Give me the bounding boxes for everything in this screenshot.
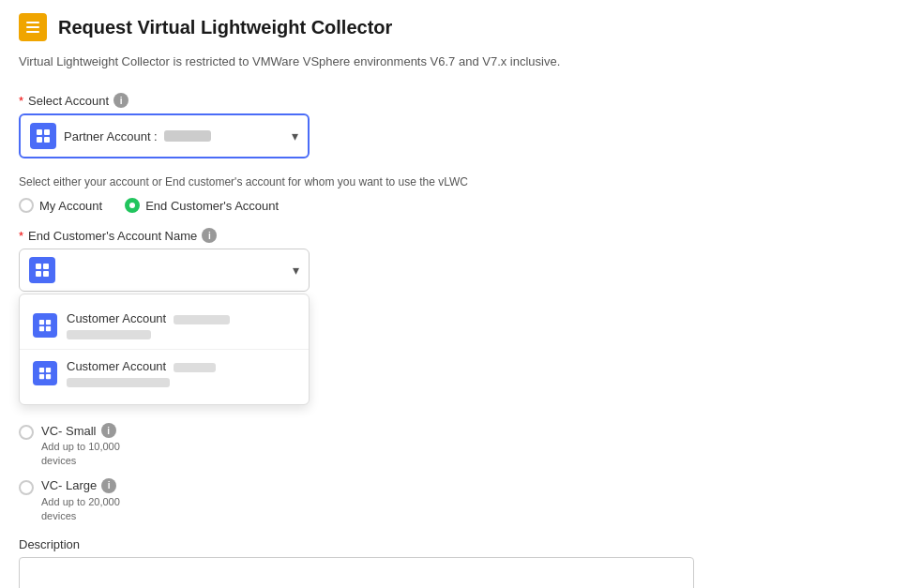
- svg-rect-14: [46, 326, 51, 331]
- dropdown-item-0-title: Customer Account: [67, 311, 295, 325]
- svg-rect-5: [37, 137, 42, 143]
- svg-rect-16: [46, 368, 51, 372]
- svg-rect-3: [37, 129, 42, 135]
- my-account-radio[interactable]: My Account: [19, 198, 102, 213]
- dropdown-item-0-redacted2: [67, 330, 151, 339]
- page-subtitle: Virtual Lightweight Collector is restric…: [0, 51, 907, 83]
- svg-rect-11: [39, 320, 44, 324]
- dropdown-item-1[interactable]: Customer Account: [20, 350, 309, 397]
- vc-small-label: VC- Small i: [41, 423, 120, 438]
- end-customer-chevron: ▾: [293, 263, 299, 278]
- svg-rect-1: [26, 26, 39, 28]
- partner-account-label: Partner Account :: [64, 129, 158, 143]
- dropdown-item-0-redacted1: [174, 315, 230, 324]
- page-title: Request Virtual Lightweight Collector: [58, 17, 392, 38]
- dropdown-item-1-redacted1: [174, 363, 216, 372]
- svg-rect-7: [36, 264, 41, 269]
- form-body: * Select Account i Partner Account :: [0, 83, 907, 588]
- select-account-icon: [30, 123, 56, 149]
- dropdown-item-1-icon: [33, 361, 57, 385]
- vc-small-content: VC- Small i Add up to 10,000 devices: [41, 423, 120, 469]
- svg-rect-17: [39, 374, 44, 379]
- vc-small-label-text: VC- Small: [41, 424, 97, 438]
- vc-large-option[interactable]: VC- Large i Add up to 20,000 devices: [19, 478, 888, 524]
- end-customer-label: End Customer's Account: [145, 199, 279, 213]
- end-customer-dropdown-menu: Customer Account: [19, 294, 310, 405]
- end-customer-info-icon[interactable]: i: [202, 228, 217, 243]
- svg-rect-4: [44, 129, 50, 135]
- dropdown-item-1-title-text: Customer Account: [67, 359, 166, 373]
- account-type-radio-group: My Account End Customer's Account: [19, 198, 888, 213]
- end-customer-dropdown-container: ▾: [19, 249, 310, 292]
- select-account-dropdown[interactable]: Partner Account : ▾: [19, 113, 310, 158]
- select-account-chevron: ▾: [292, 128, 298, 143]
- vc-large-desc2: devices: [41, 510, 76, 521]
- description-input[interactable]: [19, 557, 694, 588]
- end-customer-label-text: End Customer's Account Name: [28, 229, 197, 243]
- dropdown-item-1-title: Customer Account: [67, 359, 295, 373]
- svg-rect-0: [26, 22, 39, 23]
- svg-rect-18: [46, 374, 51, 379]
- end-customer-required: *: [19, 229, 23, 243]
- svg-rect-15: [39, 368, 44, 372]
- vc-large-info-icon[interactable]: i: [101, 478, 116, 493]
- svg-rect-6: [44, 137, 50, 143]
- end-customer-dropdown-icon: [29, 257, 55, 283]
- svg-rect-13: [39, 326, 44, 331]
- vc-large-radio: [19, 480, 34, 495]
- select-account-label: * Select Account i: [19, 93, 888, 108]
- select-account-info-icon[interactable]: i: [113, 93, 128, 108]
- description-label: Description: [19, 537, 888, 551]
- svg-rect-2: [26, 31, 39, 33]
- dropdown-item-0[interactable]: Customer Account: [20, 302, 309, 350]
- vc-small-desc2: devices: [41, 455, 76, 466]
- vc-small-radio: [19, 425, 34, 440]
- dropdown-item-0-sub: [67, 328, 295, 339]
- dropdown-item-1-sub: [67, 376, 295, 387]
- vc-small-desc1: Add up to 10,000: [41, 441, 120, 452]
- dropdown-item-1-redacted2: [67, 378, 170, 387]
- required-marker: *: [19, 94, 23, 108]
- end-customer-field-label: * End Customer's Account Name i: [19, 228, 888, 243]
- end-customer-radio[interactable]: End Customer's Account: [125, 198, 279, 213]
- svg-rect-12: [46, 320, 51, 324]
- end-customer-account-group: * End Customer's Account Name i: [19, 228, 888, 292]
- vc-small-desc: Add up to 10,000 devices: [41, 440, 120, 469]
- select-account-label-text: Select Account: [28, 94, 109, 108]
- vc-small-option[interactable]: VC- Small i Add up to 10,000 devices: [19, 423, 888, 469]
- svg-rect-9: [36, 271, 41, 277]
- dropdown-item-0-title-text: Customer Account: [67, 311, 166, 325]
- end-customer-radio-circle: [125, 198, 140, 213]
- dropdown-item-0-content: Customer Account: [67, 311, 295, 339]
- vc-large-desc1: Add up to 20,000: [41, 496, 120, 507]
- select-account-text: Partner Account :: [64, 129, 284, 143]
- header-icon: [19, 13, 47, 41]
- vc-large-content: VC- Large i Add up to 20,000 devices: [41, 478, 120, 524]
- vc-options: VC- Small i Add up to 10,000 devices VC-…: [19, 423, 888, 524]
- partner-account-redacted: [164, 130, 211, 142]
- end-customer-dropdown-trigger[interactable]: ▾: [19, 249, 310, 292]
- my-account-radio-circle: [19, 198, 34, 213]
- select-account-group: * Select Account i Partner Account :: [19, 93, 888, 158]
- my-account-label: My Account: [39, 199, 102, 213]
- svg-rect-10: [43, 271, 49, 277]
- svg-rect-8: [43, 264, 49, 269]
- account-helper-text: Select either your account or End custom…: [19, 175, 888, 188]
- description-group: Description: [19, 537, 888, 588]
- dropdown-item-1-content: Customer Account: [67, 359, 295, 387]
- vc-large-label: VC- Large i: [41, 478, 120, 493]
- page-wrapper: Request Virtual Lightweight Collector Vi…: [0, 0, 907, 588]
- vc-large-label-text: VC- Large: [41, 478, 97, 492]
- vc-large-desc: Add up to 20,000 devices: [41, 495, 120, 524]
- header-bar: Request Virtual Lightweight Collector: [0, 0, 907, 51]
- dropdown-item-0-icon: [33, 313, 57, 338]
- vc-small-info-icon[interactable]: i: [101, 423, 116, 438]
